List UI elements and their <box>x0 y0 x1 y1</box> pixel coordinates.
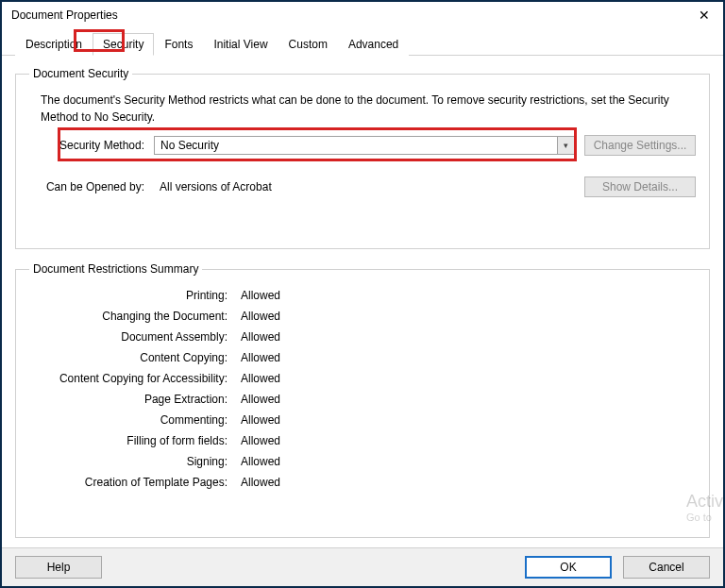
restriction-label: Filling of form fields: <box>39 434 228 447</box>
restriction-label: Changing the Document: <box>39 310 228 323</box>
restrictions-legend: Document Restrictions Summary <box>29 262 202 276</box>
dialog-window: Document Properties ✕ Description Securi… <box>0 0 725 588</box>
close-icon[interactable]: ✕ <box>691 6 717 25</box>
restriction-value: Allowed <box>241 393 686 406</box>
restriction-value: Allowed <box>241 330 686 344</box>
restriction-label: Content Copying for Accessibility: <box>39 372 228 385</box>
restriction-value: Allowed <box>241 434 686 447</box>
security-method-label: Security Method: <box>41 139 144 152</box>
cancel-button[interactable]: Cancel <box>623 556 710 579</box>
restriction-value: Allowed <box>241 372 686 385</box>
security-method-row: Security Method: No Security ▾ Change Se… <box>29 135 696 156</box>
tab-initial-view[interactable]: Initial View <box>203 33 278 56</box>
security-method-dropdown[interactable]: No Security ▾ <box>154 136 575 155</box>
tab-strip: Description Security Fonts Initial View … <box>2 28 723 56</box>
restriction-label: Document Assembly: <box>39 330 228 344</box>
titlebar: Document Properties ✕ <box>2 2 723 28</box>
tab-description[interactable]: Description <box>15 33 93 56</box>
chevron-down-icon: ▾ <box>557 137 574 154</box>
tab-custom[interactable]: Custom <box>278 33 338 56</box>
restriction-label: Printing: <box>39 289 228 302</box>
restriction-label: Creation of Template Pages: <box>39 476 228 489</box>
restrictions-grid: Printing:AllowedChanging the Document:Al… <box>29 285 696 493</box>
help-button[interactable]: Help <box>15 556 102 579</box>
tab-advanced[interactable]: Advanced <box>338 33 409 56</box>
tab-content: Document Security The document's Securit… <box>2 56 723 547</box>
window-title: Document Properties <box>11 8 118 22</box>
button-bar: Help OK Cancel <box>2 547 723 586</box>
security-method-value: No Security <box>155 139 557 152</box>
document-security-group: Document Security The document's Securit… <box>15 67 710 249</box>
tab-fonts[interactable]: Fonts <box>154 33 203 56</box>
opened-by-label: Can be Opened by: <box>41 180 144 193</box>
tab-security[interactable]: Security <box>93 33 154 56</box>
ok-button[interactable]: OK <box>525 556 612 579</box>
restriction-label: Signing: <box>39 455 228 468</box>
opened-by-row: Can be Opened by: All versions of Acroba… <box>29 176 696 197</box>
opened-by-value: All versions of Acrobat <box>154 180 575 193</box>
restriction-value: Allowed <box>241 310 686 323</box>
restriction-label: Content Copying: <box>39 351 228 364</box>
restriction-value: Allowed <box>241 413 686 427</box>
change-settings-button[interactable]: Change Settings... <box>584 135 696 156</box>
security-info-text: The document's Security Method restricts… <box>41 92 696 126</box>
restriction-value: Allowed <box>241 476 686 489</box>
restriction-value: Allowed <box>241 455 686 468</box>
restriction-value: Allowed <box>241 351 686 364</box>
document-security-legend: Document Security <box>29 67 132 80</box>
restrictions-group: Document Restrictions Summary Printing:A… <box>15 262 710 538</box>
restriction-value: Allowed <box>241 289 686 302</box>
restriction-label: Commenting: <box>39 413 228 427</box>
restriction-label: Page Extraction: <box>39 393 228 406</box>
show-details-button[interactable]: Show Details... <box>584 176 696 197</box>
